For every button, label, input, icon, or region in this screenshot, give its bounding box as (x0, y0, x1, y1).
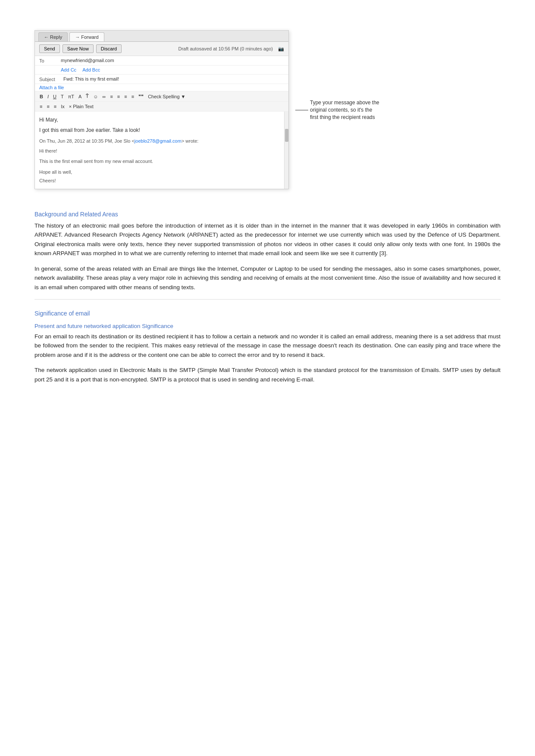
spell-check-button[interactable]: Check Spelling ▼ (147, 94, 187, 100)
forward-tab[interactable]: → Forward (69, 32, 104, 41)
attach-link[interactable]: Attach a file (35, 84, 288, 91)
add-bcc-link[interactable]: Add Bcc (82, 67, 100, 72)
to-label: To (39, 58, 61, 63)
quoted-header: On Thu, Jun 28, 2012 at 10:35 PM, Joe Sl… (39, 138, 198, 144)
send-button[interactable]: Send (39, 44, 60, 53)
format-toolbar-1: B I U T πT A T̄ ☺ ∞ ≡ ≡ ≡ ≡ ❝❝ Check Spe… (35, 91, 288, 102)
annotation-text: Type your message above the original con… (310, 99, 382, 121)
background-heading: Background and Related Areas (34, 211, 501, 218)
cc-bcc-field: Add Cc Add Bcc (35, 66, 288, 75)
list2-button[interactable]: ≡ (116, 94, 121, 100)
quoted-line-2: This is the first email sent from my new… (39, 158, 284, 165)
cc-bcc-label (39, 67, 61, 68)
list-button[interactable]: ≡ (109, 94, 114, 100)
align-left-button[interactable]: ≡ (38, 103, 44, 109)
quote-button[interactable]: ❝❝ (137, 93, 145, 100)
underline-button[interactable]: U (52, 94, 58, 100)
significance-heading: Significance of email (34, 310, 501, 317)
discard-button[interactable]: Discard (96, 44, 122, 53)
email-tabs-bar: ← Reply → Forward (35, 31, 288, 42)
email-toolbar: Send Save Now Discard Draft autosaved at… (35, 42, 288, 56)
background-para-1: The history of an electronic mail goes b… (34, 221, 501, 258)
quoted-line-1: Hi there! (39, 147, 284, 155)
to-value: mynewfriend@gmail.com (61, 58, 284, 63)
bold-button[interactable]: B (38, 94, 44, 100)
networked-sub-heading: Present and future networked application… (34, 323, 501, 329)
greeting-text: Hi Mary, (39, 116, 284, 124)
email-compose-window: ← Reply → Forward Send Save Now Discard … (34, 30, 289, 189)
text-format-button[interactable]: T̄ (84, 93, 90, 100)
add-cc-link[interactable]: Add Cc (61, 67, 76, 72)
annotation-line: Type your message above the original con… (295, 99, 382, 121)
text-color-button[interactable]: A (77, 94, 83, 100)
subject-field: Subject Fwd: This is my first email! (35, 75, 288, 84)
clear-format-button[interactable]: Ix (59, 103, 66, 109)
to-field: To mynewfriend@gmail.com (35, 56, 288, 66)
italic-button[interactable]: I (46, 94, 50, 100)
indent-button[interactable]: ≡ (123, 94, 128, 100)
draft-autosave-note: Draft autosaved at 10:56 PM (0 minutes a… (178, 46, 273, 51)
quoted-line-3: Hope all is well, (39, 169, 284, 176)
scroll-thumb[interactable] (285, 129, 288, 142)
quoted-line-4: Cheers! (39, 177, 284, 184)
scroll-bar[interactable] (284, 112, 288, 189)
subject-label: Subject (39, 76, 61, 82)
quoted-block: On Thu, Jun 28, 2012 at 10:35 PM, Joe Sl… (39, 137, 284, 184)
email-body[interactable]: Hi Mary, I got this email from Joe earli… (35, 112, 288, 189)
section-divider (34, 299, 501, 300)
font-button[interactable]: πT (67, 94, 75, 100)
link-button[interactable]: ∞ (101, 94, 107, 100)
email-screenshot-area: ← Reply → Forward Send Save Now Discard … (34, 30, 501, 189)
annotation-dash (295, 110, 308, 110)
camera-icon: 📷 (278, 46, 284, 52)
emoji-button[interactable]: ☺ (92, 94, 99, 100)
annotation-callout: Type your message above the original con… (295, 30, 382, 121)
content-area: Background and Related Areas The history… (34, 211, 501, 384)
text-size-button[interactable]: T (59, 94, 65, 100)
align-center-button[interactable]: ≡ (45, 103, 50, 109)
networked-para-2: The network application used in Electron… (34, 366, 501, 384)
body-line1: I got this email from Joe earlier. Take … (39, 126, 284, 134)
background-para-2: In general, some of the areas related wi… (34, 264, 501, 292)
reply-tab[interactable]: ← Reply (38, 32, 68, 41)
align-right-button[interactable]: ≡ (53, 103, 58, 109)
save-now-button[interactable]: Save Now (63, 44, 94, 53)
subject-value: Fwd: This is my first email! (63, 76, 119, 82)
separator (78, 67, 81, 72)
plain-text-button[interactable]: × Plain Text (68, 103, 95, 109)
format-toolbar-2: ≡ ≡ ≡ Ix × Plain Text (35, 102, 288, 112)
networked-para-1: For an email to reach its destination or… (34, 332, 501, 360)
align-button[interactable]: ≡ (130, 94, 135, 100)
quoted-email: joeblo278@gmail.com (135, 138, 181, 144)
